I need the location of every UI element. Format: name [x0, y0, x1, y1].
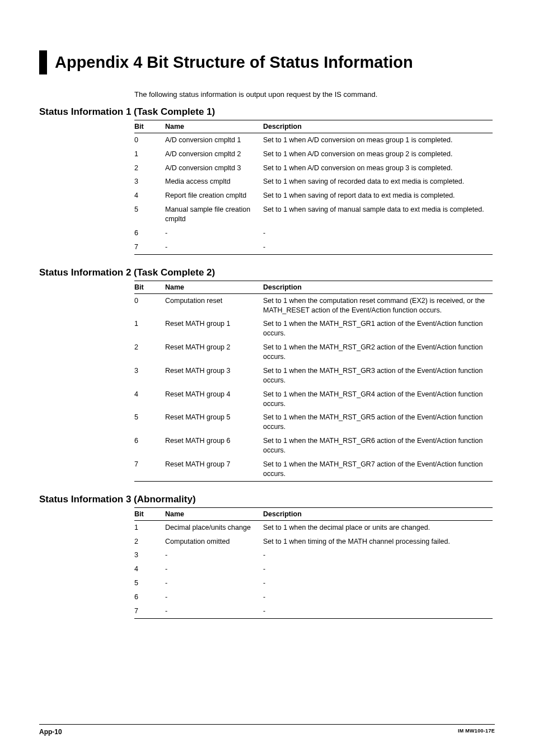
table-row: 1Reset MATH group 1Set to 1 when the MAT…	[134, 317, 493, 340]
table-row: 5Reset MATH group 5Set to 1 when the MAT…	[134, 410, 493, 434]
cell-bit: 3	[134, 175, 165, 189]
cell-bit: 3	[134, 364, 165, 388]
col-name: Name	[165, 120, 263, 133]
cell-desc: -	[263, 590, 493, 604]
cell-bit: 3	[134, 548, 165, 562]
cell-desc: Set to 1 when the decimal place or units…	[263, 520, 493, 534]
page-number: App-10	[39, 728, 62, 736]
table-header-row: Bit Name Description	[134, 120, 493, 133]
table-row: 1Decimal place/units changeSet to 1 when…	[134, 520, 493, 534]
table-header-row: Bit Name Description	[134, 507, 493, 520]
cell-desc: Set to 1 when the MATH_RST_GR6 action of…	[263, 434, 493, 458]
cell-bit: 0	[134, 293, 165, 317]
table-row: 6Reset MATH group 6Set to 1 when the MAT…	[134, 434, 493, 458]
cell-bit: 5	[134, 576, 165, 590]
col-desc: Description	[263, 281, 493, 293]
table-row: 3--	[134, 548, 493, 562]
status-info-2-table: Bit Name Description 0Computation resetS…	[134, 281, 493, 482]
cell-bit: 4	[134, 562, 165, 576]
cell-name: Reset MATH group 3	[165, 364, 263, 388]
cell-name: Reset MATH group 6	[165, 434, 263, 458]
cell-desc: Set to 1 when the computation reset comm…	[263, 293, 493, 317]
cell-desc: -	[263, 562, 493, 576]
cell-name: Decimal place/units change	[165, 520, 263, 534]
table-row: 3Reset MATH group 3Set to 1 when the MAT…	[134, 364, 493, 388]
cell-name: -	[165, 576, 263, 590]
page-title-block: Appendix 4 Bit Structure of Status Infor…	[39, 50, 495, 74]
cell-name: Media access cmpltd	[165, 175, 263, 189]
cell-bit: 4	[134, 388, 165, 411]
section-heading-2: Status Information 2 (Task Complete 2)	[39, 267, 495, 278]
cell-bit: 1	[134, 520, 165, 534]
document-id: IM MW100-17E	[458, 728, 495, 736]
table-row: 7Reset MATH group 7Set to 1 when the MAT…	[134, 458, 493, 481]
cell-bit: 1	[134, 147, 165, 161]
table-row: 3Media access cmpltdSet to 1 when saving…	[134, 175, 493, 189]
status-info-3-table: Bit Name Description 1Decimal place/unit…	[134, 507, 493, 619]
col-bit: Bit	[134, 507, 165, 520]
table-row: 6--	[134, 226, 493, 240]
cell-name: Reset MATH group 7	[165, 458, 263, 481]
table-row: 1A/D conversion cmpltd 2Set to 1 when A/…	[134, 147, 493, 161]
cell-bit: 0	[134, 133, 165, 147]
section-heading-1: Status Information 1 (Task Complete 1)	[39, 106, 495, 118]
col-name: Name	[165, 281, 263, 293]
cell-desc: Set to 1 when the MATH_RST_GR7 action of…	[263, 458, 493, 481]
cell-name: Manual sample file creation cmpltd	[165, 203, 263, 226]
table-row: 2Reset MATH group 2Set to 1 when the MAT…	[134, 340, 493, 364]
section-heading-3: Status Information 3 (Abnormality)	[39, 494, 495, 505]
cell-bit: 7	[134, 458, 165, 481]
cell-name: Reset MATH group 5	[165, 410, 263, 434]
cell-bit: 5	[134, 203, 165, 226]
col-bit: Bit	[134, 120, 165, 133]
table-row: 2Computation omittedSet to 1 when timing…	[134, 535, 493, 549]
table-row: 7--	[134, 604, 493, 618]
cell-name: Report file creation cmpltd	[165, 189, 263, 203]
cell-bit: 7	[134, 604, 165, 618]
cell-name: A/D conversion cmpltd 3	[165, 161, 263, 175]
page-footer: App-10 IM MW100-17E	[39, 724, 495, 736]
cell-desc: Set to 1 when the MATH_RST_GR4 action of…	[263, 388, 493, 411]
cell-name: -	[165, 240, 263, 254]
cell-bit: 2	[134, 535, 165, 549]
cell-name: -	[165, 226, 263, 240]
table-row: 7--	[134, 240, 493, 254]
table-row: 4Report file creation cmpltdSet to 1 whe…	[134, 189, 493, 203]
cell-name: Reset MATH group 4	[165, 388, 263, 411]
table-row: 0A/D conversion cmpltd 1Set to 1 when A/…	[134, 133, 493, 147]
cell-desc: Set to 1 when saving of recorded data to…	[263, 175, 493, 189]
cell-name: -	[165, 548, 263, 562]
col-bit: Bit	[134, 281, 165, 293]
cell-name: Computation reset	[165, 293, 263, 317]
table-row: 0Computation resetSet to 1 when the comp…	[134, 293, 493, 317]
cell-name: A/D conversion cmpltd 2	[165, 147, 263, 161]
cell-name: -	[165, 590, 263, 604]
cell-name: Reset MATH group 2	[165, 340, 263, 364]
cell-bit: 6	[134, 590, 165, 604]
cell-bit: 1	[134, 317, 165, 340]
cell-desc: Set to 1 when the MATH_RST_GR1 action of…	[263, 317, 493, 340]
cell-bit: 2	[134, 340, 165, 364]
title-accent-bar	[39, 50, 47, 74]
cell-desc: -	[263, 604, 493, 618]
table-row: 4--	[134, 562, 493, 576]
cell-desc: Set to 1 when saving of manual sample da…	[263, 203, 493, 226]
table-row: 4Reset MATH group 4Set to 1 when the MAT…	[134, 388, 493, 411]
cell-name: -	[165, 604, 263, 618]
table-row: 5Manual sample file creation cmpltdSet t…	[134, 203, 493, 226]
cell-desc: Set to 1 when saving of report data to e…	[263, 189, 493, 203]
cell-desc: Set to 1 when the MATH_RST_GR5 action of…	[263, 410, 493, 434]
col-desc: Description	[263, 507, 493, 520]
cell-name: -	[165, 562, 263, 576]
cell-bit: 2	[134, 161, 165, 175]
cell-desc: Set to 1 when the MATH_RST_GR3 action of…	[263, 364, 493, 388]
cell-desc: -	[263, 548, 493, 562]
cell-desc: Set to 1 when timing of the MATH channel…	[263, 535, 493, 549]
col-name: Name	[165, 507, 263, 520]
cell-bit: 6	[134, 226, 165, 240]
cell-bit: 6	[134, 434, 165, 458]
table-row: 2A/D conversion cmpltd 3Set to 1 when A/…	[134, 161, 493, 175]
col-desc: Description	[263, 120, 493, 133]
page-title: Appendix 4 Bit Structure of Status Infor…	[55, 50, 413, 74]
cell-bit: 4	[134, 189, 165, 203]
